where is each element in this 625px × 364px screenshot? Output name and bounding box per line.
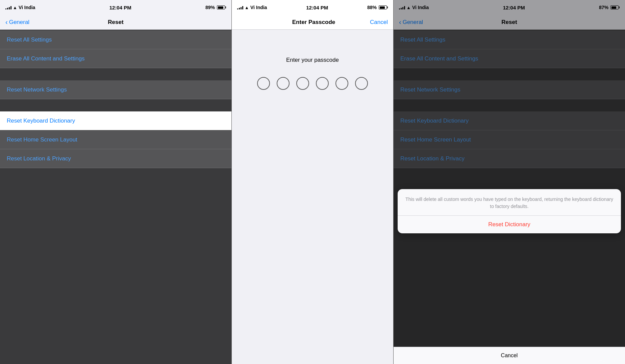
middle-battery-icon [379, 5, 388, 9]
wifi-icon: ▲ [13, 5, 17, 10]
middle-carrier: ▲ Vi India [237, 5, 267, 10]
left-panel: ▲ Vi India 12:04 PM 89% ‹ General Reset … [0, 0, 231, 364]
left-item-reset-home[interactable]: Reset Home Screen Layout [0, 130, 231, 149]
left-battery-icon [217, 5, 226, 9]
left-carrier: ▲ Vi India [5, 5, 35, 10]
left-back-button[interactable]: ‹ General [5, 18, 29, 26]
right-panel: ▲ Vi India 12:04 PM 87% ‹ General Reset … [394, 0, 625, 364]
left-item-reset-all[interactable]: Reset All Settings [0, 30, 231, 49]
alert-cancel-button[interactable]: Cancel [394, 347, 625, 364]
middle-cancel-button[interactable]: Cancel [370, 19, 388, 26]
dim-overlay [394, 0, 625, 364]
passcode-body: Enter your passcode [232, 30, 393, 364]
left-item-reset-location[interactable]: Reset Location & Privacy [0, 149, 231, 168]
left-right-icons: 89% [205, 5, 226, 10]
passcode-prompt: Enter your passcode [286, 57, 339, 63]
watermark: www.deusq.com [598, 359, 622, 363]
middle-signal-icon [237, 5, 243, 9]
middle-time: 12:04 PM [306, 5, 328, 10]
middle-panel: ▲ Vi India 12:04 PM 88% Enter Passcode C… [231, 0, 394, 364]
left-battery-text: 89% [205, 5, 215, 10]
alert-cancel-label: Cancel [501, 353, 518, 358]
left-nav-title: Reset [108, 19, 123, 26]
passcode-dot-4 [316, 77, 329, 90]
signal-icon [5, 5, 11, 9]
left-back-label: General [9, 19, 29, 26]
left-item-reset-keyboard[interactable]: Reset Keyboard Dictionary [0, 111, 231, 130]
left-chevron-icon: ‹ [5, 18, 8, 26]
middle-status-bar: ▲ Vi India 12:04 PM 88% [232, 0, 393, 15]
alert-message: This will delete all custom words you ha… [398, 189, 621, 216]
left-item-erase-all[interactable]: Erase All Content and Settings [0, 49, 231, 68]
passcode-dot-5 [335, 77, 348, 90]
left-nav-bar: ‹ General Reset [0, 15, 231, 30]
left-status-bar: ▲ Vi India 12:04 PM 89% [0, 0, 231, 15]
middle-nav-bar: Enter Passcode Cancel [232, 15, 393, 30]
left-separator-1 [0, 68, 231, 80]
passcode-dot-6 [355, 77, 368, 90]
left-separator-2 [0, 99, 231, 111]
middle-battery-text: 88% [367, 5, 377, 10]
middle-wifi-icon: ▲ [245, 5, 249, 10]
middle-nav-title: Enter Passcode [292, 19, 335, 26]
passcode-dot-1 [257, 77, 270, 90]
passcode-dot-2 [277, 77, 290, 90]
alert-dialog: This will delete all custom words you ha… [398, 189, 621, 233]
reset-dictionary-button[interactable]: Reset Dictionary [398, 216, 621, 233]
passcode-dots [257, 77, 368, 90]
left-time: 12:04 PM [109, 5, 131, 10]
passcode-dot-3 [296, 77, 309, 90]
left-item-reset-network[interactable]: Reset Network Settings [0, 80, 231, 99]
left-settings-list: Reset All Settings Erase All Content and… [0, 30, 231, 364]
middle-right-icons: 88% [367, 5, 388, 10]
